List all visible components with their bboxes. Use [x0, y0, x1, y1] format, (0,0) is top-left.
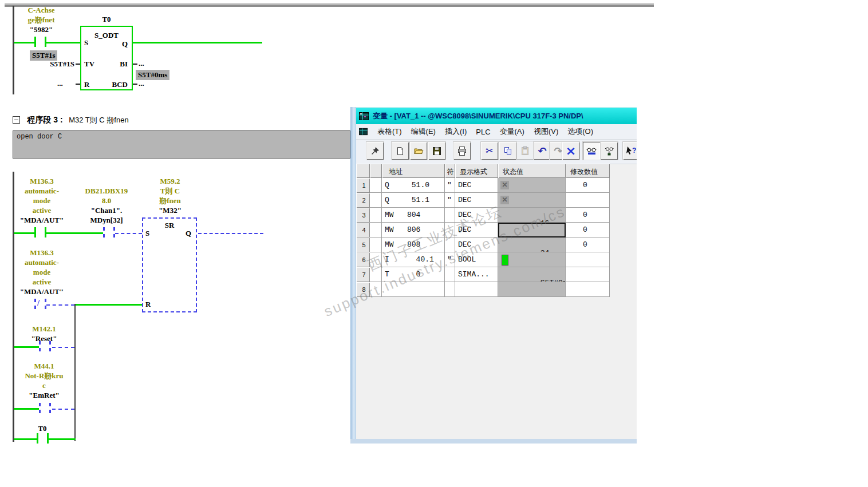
tv-operand[interactable]: S5T#1S: [30, 60, 74, 69]
modify-cell[interactable]: 0: [566, 178, 610, 193]
format-cell[interactable]: DEC: [455, 237, 498, 252]
header-format[interactable]: 显示格式: [455, 164, 498, 178]
menu-insert[interactable]: 插入(I): [440, 126, 471, 137]
status-cell-selected[interactable]: 16: [498, 223, 566, 237]
format-cell[interactable]: DEC: [455, 208, 498, 223]
paste-button[interactable]: [516, 142, 534, 160]
symbol-cell[interactable]: [445, 208, 455, 223]
title-bar[interactable]: 变量 - [VAT_1 -- @WSC8098\SINUMERIK\CPU 31…: [356, 108, 637, 124]
address-cell[interactable]: T 0: [382, 267, 445, 282]
address-cell[interactable]: MW 806: [382, 223, 445, 237]
modify-cell[interactable]: 0: [566, 237, 610, 252]
row-number[interactable]: 1: [356, 178, 370, 193]
sr-flipflop-block[interactable]: SR S Q R: [142, 217, 197, 312]
row-number[interactable]: 2: [356, 193, 370, 208]
no-contact-mdyn32[interactable]: [103, 227, 115, 239]
format-cell[interactable]: SIMA...: [455, 267, 498, 282]
menu-options[interactable]: 选项(O): [563, 126, 598, 137]
print-button[interactable]: [453, 142, 471, 160]
corner-header-cell[interactable]: [356, 164, 370, 178]
delete-button[interactable]: ×: [562, 142, 579, 160]
collapse-network-icon[interactable]: [13, 116, 20, 124]
address-cell[interactable]: Q 51.1: [382, 193, 445, 208]
row-number[interactable]: 4: [356, 223, 370, 237]
copy-button[interactable]: [499, 142, 516, 160]
row-number[interactable]: 6: [356, 252, 370, 267]
header-symbol[interactable]: 符: [445, 164, 455, 178]
new-button[interactable]: [392, 142, 409, 160]
status-cell[interactable]: S5T#0ms: [498, 267, 566, 282]
save-button[interactable]: [428, 142, 445, 160]
menu-variable[interactable]: 变量(A): [495, 126, 529, 137]
address-cell[interactable]: Q 51.0: [382, 178, 445, 193]
open-button[interactable]: [410, 142, 427, 160]
modify-cell[interactable]: [566, 193, 610, 208]
symbol-cell[interactable]: [445, 282, 455, 297]
row-number[interactable]: 3: [356, 208, 370, 223]
menu-edit[interactable]: 编辑(E): [407, 126, 440, 137]
status-cell[interactable]: ✕ 0: [498, 178, 566, 193]
network-comment-box[interactable]: open door C: [13, 130, 350, 159]
marker-cell[interactable]: [370, 237, 382, 252]
marker-cell[interactable]: [370, 223, 382, 237]
paste-icon: [520, 146, 530, 156]
symbol-cell[interactable]: [445, 267, 455, 282]
format-cell[interactable]: [455, 282, 498, 297]
symbol-cell[interactable]: [445, 237, 455, 252]
no-contact-reset[interactable]: [39, 341, 51, 353]
symbol-cell[interactable]: ": [445, 193, 455, 208]
row-number[interactable]: 7: [356, 267, 370, 282]
network-header[interactable]: 程序段 3 : M32 T則 C 剙fnen: [13, 114, 129, 126]
cut-button[interactable]: ✂: [481, 142, 498, 160]
marker-cell[interactable]: [370, 252, 382, 267]
header-address[interactable]: 地址: [382, 164, 445, 178]
pin-button[interactable]: [366, 142, 384, 160]
marker-cell[interactable]: [370, 267, 382, 282]
marker-column-header[interactable]: [370, 164, 382, 178]
modify-cell[interactable]: 0: [566, 208, 610, 223]
help-button[interactable]: ?: [623, 142, 637, 160]
modify-cell[interactable]: 0: [566, 223, 610, 237]
monitor-variable-button[interactable]: [583, 142, 600, 160]
row-number[interactable]: 8: [356, 282, 370, 297]
status-cell[interactable]: ✕ 0: [498, 193, 566, 208]
symbol-cell[interactable]: [445, 223, 455, 237]
format-cell[interactable]: DEC: [455, 178, 498, 193]
timer-block-s-odt[interactable]: S_ODT S Q TV BI R BCD: [80, 26, 133, 90]
nc-contact-mda-aut[interactable]: /: [34, 299, 46, 310]
no-contact-emret[interactable]: [39, 403, 51, 414]
format-cell[interactable]: DEC: [455, 193, 498, 208]
status-cell[interactable]: true: [498, 252, 566, 267]
row-number[interactable]: 5: [356, 237, 370, 252]
no-contact-5982[interactable]: [34, 37, 46, 48]
bool-true-indicator: [502, 255, 508, 266]
header-modify[interactable]: 修改数值: [566, 164, 610, 178]
address-cell[interactable]: MW 808: [382, 237, 445, 252]
symbol-cell[interactable]: ": [445, 178, 455, 193]
modify-cell[interactable]: [566, 267, 610, 282]
header-status[interactable]: 状态值: [498, 164, 566, 178]
status-cell[interactable]: 24: [498, 237, 566, 252]
undo-button[interactable]: ↶: [534, 142, 551, 160]
format-cell[interactable]: BOOL: [455, 252, 498, 267]
marker-cell[interactable]: [370, 178, 382, 193]
address-cell[interactable]: MW 804: [382, 208, 445, 223]
symbol-cell[interactable]: ": [445, 252, 455, 267]
address-cell[interactable]: I 40.1: [382, 252, 445, 267]
marker-cell[interactable]: [370, 193, 382, 208]
modify-variable-button[interactable]: [601, 142, 618, 160]
menu-table[interactable]: 表格(T): [373, 126, 407, 137]
r-operand[interactable]: ...: [57, 79, 74, 88]
menu-plc[interactable]: PLC: [471, 128, 495, 136]
status-cell[interactable]: 16: [498, 208, 566, 223]
modify-cell[interactable]: [566, 252, 610, 267]
menu-view[interactable]: 视图(V): [529, 126, 563, 137]
marker-cell[interactable]: [370, 282, 382, 297]
modify-cell[interactable]: [566, 282, 610, 297]
no-contact-mda-aut[interactable]: [34, 227, 46, 239]
format-cell[interactable]: DEC: [455, 223, 498, 237]
marker-cell[interactable]: [370, 208, 382, 223]
address-cell[interactable]: [382, 282, 445, 297]
no-contact-t0[interactable]: [37, 433, 49, 445]
status-cell[interactable]: [498, 282, 566, 297]
